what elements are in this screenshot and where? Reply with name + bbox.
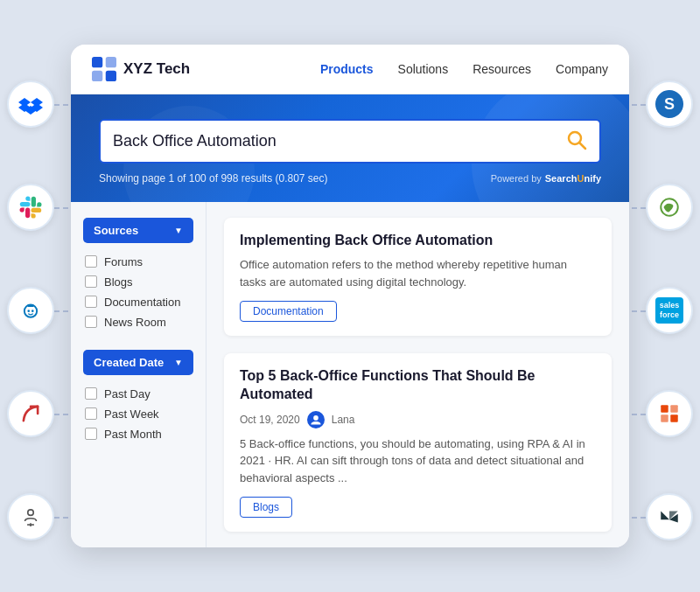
result-2-description: 5 Back-office functions, you should be a… — [240, 435, 596, 487]
result-2-author: Lana — [332, 414, 355, 426]
svg-rect-10 — [670, 414, 677, 421]
orange-icon[interactable] — [646, 390, 693, 437]
results-count: Showing page 1 of 100 of 998 results (0.… — [99, 172, 328, 185]
pastweek-checkbox[interactable] — [85, 407, 97, 420]
powered-label: Powered by — [491, 173, 542, 184]
drupal-icon[interactable] — [7, 287, 54, 334]
filter-newsroom[interactable]: News Room — [83, 312, 193, 332]
green-circle-icon[interactable] — [646, 184, 693, 231]
docs-checkbox[interactable] — [85, 296, 97, 308]
sources-filter: Sources ▼ Forums Blogs Documentation — [83, 218, 193, 332]
dropbox-icon[interactable] — [7, 80, 54, 128]
pastmonth-label: Past Month — [104, 428, 162, 441]
page-wrapper: S salesforce — [0, 0, 700, 592]
search-meta: Showing page 1 of 100 of 998 results (0.… — [99, 172, 601, 185]
result-2-tag[interactable]: Blogs — [240, 497, 292, 518]
search-icon — [566, 129, 587, 150]
sources-chevron: ▼ — [174, 226, 183, 235]
slack-icon[interactable] — [7, 184, 54, 231]
result-2-title[interactable]: Top 5 Back-Office Functions That Should … — [240, 367, 596, 404]
search-bar — [99, 119, 601, 164]
blogs-label: Blogs — [104, 275, 133, 289]
svg-line-16 — [579, 143, 585, 149]
svg-rect-14 — [106, 70, 116, 80]
date-label: Created Date — [94, 356, 164, 369]
filter-documentation[interactable]: Documentation — [83, 292, 193, 312]
svg-rect-7 — [661, 405, 668, 412]
result-card-2: Top 5 Back-Office Functions That Should … — [224, 353, 612, 532]
search-button[interactable] — [566, 129, 587, 153]
result-2-date: Oct 19, 2020 — [240, 414, 300, 426]
filter-blogs[interactable]: Blogs — [83, 272, 193, 292]
sources-label: Sources — [94, 224, 138, 237]
svg-point-2 — [32, 310, 34, 312]
result-1-description: Office automation refers to the method w… — [240, 256, 596, 290]
salesforce-icon[interactable]: salesforce — [646, 287, 693, 334]
nav-products[interactable]: Products — [320, 62, 374, 76]
date-filter: Created Date ▼ Past Day Past Week Past M… — [83, 350, 193, 444]
filter-past-week[interactable]: Past Week — [83, 404, 193, 424]
hero-section: Showing page 1 of 100 of 998 results (0.… — [71, 94, 629, 202]
powered-brand: SearchUnify — [545, 173, 601, 184]
svg-point-17 — [313, 415, 318, 421]
nav-solutions[interactable]: Solutions — [398, 62, 449, 76]
zendesk-icon[interactable] — [646, 493, 693, 540]
avatar-icon — [310, 414, 322, 426]
svg-point-1 — [27, 310, 30, 312]
nav-company[interactable]: Company — [556, 62, 608, 76]
svg-rect-8 — [670, 405, 677, 412]
svg-point-3 — [28, 510, 34, 516]
sources-header[interactable]: Sources ▼ — [83, 218, 193, 243]
pastweek-label: Past Week — [104, 407, 159, 421]
svg-rect-9 — [661, 414, 668, 421]
result-card-1: Implementing Back Office Automation Offi… — [224, 218, 612, 337]
logo: XYZ Tech — [92, 57, 190, 81]
content-area: Sources ▼ Forums Blogs Documentation — [71, 202, 629, 548]
pastmonth-checkbox[interactable] — [85, 428, 97, 440]
pastday-checkbox[interactable] — [85, 387, 97, 400]
logo-icon — [92, 57, 116, 81]
main-card: XYZ Tech Products Solutions Resources Co… — [71, 45, 629, 548]
svg-rect-13 — [92, 70, 102, 80]
blogs-checkbox[interactable] — [85, 275, 97, 288]
filter-forums[interactable]: Forums — [83, 252, 193, 272]
nav-resources[interactable]: Resources — [472, 62, 531, 76]
result-1-title[interactable]: Implementing Back Office Automation — [240, 232, 596, 250]
docs-label: Documentation — [104, 296, 180, 309]
navbar: XYZ Tech Products Solutions Resources Co… — [71, 45, 629, 94]
logo-text: XYZ Tech — [123, 60, 190, 78]
sharepoint-icon[interactable]: S — [646, 80, 693, 128]
filter-past-month[interactable]: Past Month — [83, 424, 193, 444]
svg-rect-11 — [92, 57, 102, 67]
forums-label: Forums — [104, 255, 143, 268]
pastday-label: Past Day — [104, 387, 150, 400]
forums-checkbox[interactable] — [85, 255, 97, 268]
results-area: Implementing Back Office Automation Offi… — [206, 202, 629, 548]
newsroom-checkbox[interactable] — [85, 316, 97, 328]
filter-past-day[interactable]: Past Day — [83, 384, 193, 404]
powered-by: Powered by SearchUnify — [491, 173, 601, 184]
date-chevron: ▼ — [174, 358, 183, 367]
left-5-icon[interactable] — [7, 493, 54, 540]
result-2-avatar — [307, 411, 325, 428]
sidebar: Sources ▼ Forums Blogs Documentation — [71, 202, 206, 548]
curve-icon[interactable] — [7, 390, 54, 437]
newsroom-label: News Room — [104, 316, 166, 329]
nav-links: Products Solutions Resources Company — [320, 62, 608, 76]
result-1-tag[interactable]: Documentation — [240, 301, 337, 322]
date-header[interactable]: Created Date ▼ — [83, 350, 193, 375]
search-input[interactable] — [113, 132, 566, 150]
result-2-meta: Oct 19, 2020 Lana — [240, 411, 596, 428]
svg-rect-12 — [106, 57, 116, 67]
